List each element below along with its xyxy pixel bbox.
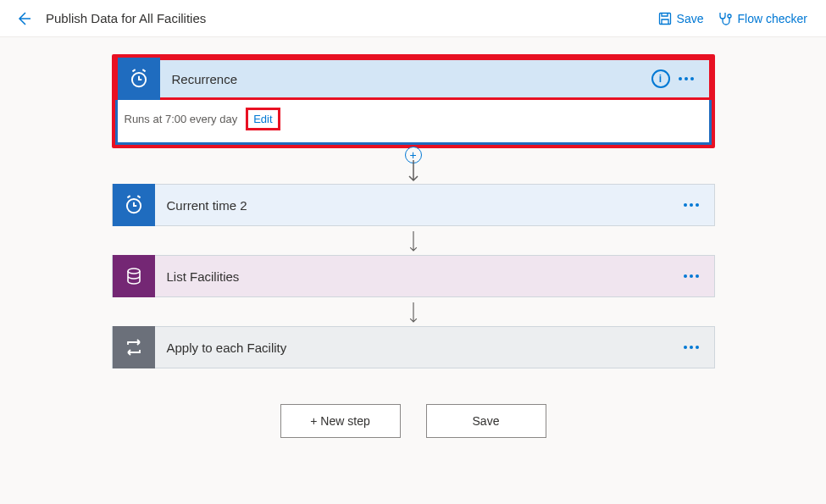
footer-actions: + New step Save [280,404,546,438]
step-header[interactable]: List Facilities [112,255,715,297]
save-button-bottom[interactable]: Save [426,404,546,438]
step-title: List Facilities [155,269,684,284]
flow-canvas: Recurrence i Runs at 7:00 every day Edit… [0,37,826,438]
flow-checker-label: Flow checker [738,12,807,25]
more-menu-button[interactable] [684,346,699,349]
new-step-button[interactable]: + New step [280,404,401,438]
step-body: Runs at 7:00 every day Edit [118,97,709,142]
step-header[interactable]: Current time 2 [112,184,715,226]
loop-icon [113,326,155,368]
clock-icon [113,184,155,226]
step-title: Recurrence [160,72,651,86]
step-header[interactable]: Apply to each Facility [112,326,715,368]
arrow-down-icon [407,226,420,255]
svg-point-4 [128,269,140,274]
arrow-down-icon [407,297,420,326]
info-icon[interactable]: i [651,69,670,88]
save-label: Save [677,12,704,25]
database-icon [113,255,155,297]
step-recurrence[interactable]: Recurrence i Runs at 7:00 every day Edit [112,54,715,148]
arrow-down-icon [407,160,420,184]
svg-point-1 [728,14,731,18]
step-title: Apply to each Facility [155,341,684,355]
step-current-time[interactable]: Current time 2 [112,184,715,226]
more-menu-button[interactable] [684,274,699,278]
step-list-facilities[interactable]: List Facilities [112,255,715,297]
recurrence-summary: Runs at 7:00 every day [125,113,238,125]
edit-link[interactable]: Edit [246,108,280,130]
save-button-top[interactable]: Save [651,7,711,30]
save-icon [658,12,672,25]
flow-checker-button[interactable]: Flow checker [711,6,814,31]
clock-icon [118,58,160,100]
step-header[interactable]: Recurrence i [115,58,712,100]
stethoscope-icon [718,11,733,26]
arrow-left-icon [15,10,32,27]
step-apply-each[interactable]: Apply to each Facility [112,326,715,368]
step-title: Current time 2 [155,198,684,213]
page-title: Publish Data for All Facilities [46,11,206,25]
more-menu-button[interactable] [679,77,694,80]
topbar: Publish Data for All Facilities Save Flo… [0,0,826,37]
more-menu-button[interactable] [684,203,699,207]
back-button[interactable] [12,7,36,30]
connector-add: + [405,148,422,184]
